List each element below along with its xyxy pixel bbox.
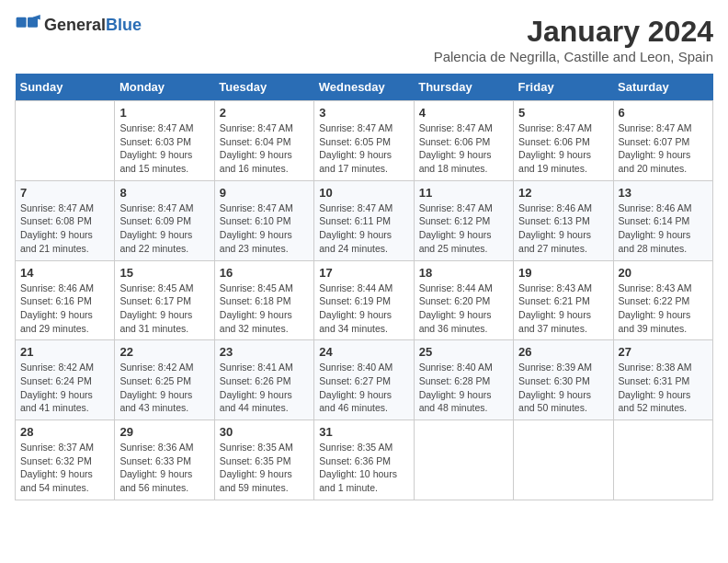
day-info: Sunrise: 8:44 AMSunset: 6:19 PMDaylight:… xyxy=(319,282,408,336)
logo-general: General xyxy=(44,16,106,34)
day-number: 29 xyxy=(119,425,209,439)
day-number: 26 xyxy=(518,345,608,359)
day-number: 18 xyxy=(419,266,508,280)
day-header-friday: Friday xyxy=(514,74,613,101)
day-number: 28 xyxy=(20,425,109,439)
calendar-cell: 6Sunrise: 8:47 AMSunset: 6:07 PMDaylight… xyxy=(613,101,712,181)
day-header-sunday: Sunday xyxy=(16,74,115,101)
day-info: Sunrise: 8:41 AMSunset: 6:26 PMDaylight:… xyxy=(220,361,309,415)
day-number: 20 xyxy=(619,266,708,280)
day-info: Sunrise: 8:40 AMSunset: 6:27 PMDaylight:… xyxy=(319,361,408,415)
calendar-cell: 2Sunrise: 8:47 AMSunset: 6:04 PMDaylight… xyxy=(214,101,313,181)
calendar-cell: 16Sunrise: 8:45 AMSunset: 6:18 PMDayligh… xyxy=(214,260,313,340)
calendar-cell xyxy=(613,420,712,500)
day-info: Sunrise: 8:37 AMSunset: 6:32 PMDaylight:… xyxy=(20,441,109,495)
day-info: Sunrise: 8:39 AMSunset: 6:30 PMDaylight:… xyxy=(518,361,608,415)
day-info: Sunrise: 8:43 AMSunset: 6:22 PMDaylight:… xyxy=(619,282,708,336)
day-number: 25 xyxy=(419,345,508,359)
day-info: Sunrise: 8:40 AMSunset: 6:28 PMDaylight:… xyxy=(419,361,508,415)
day-number: 10 xyxy=(319,186,408,200)
day-number: 4 xyxy=(419,106,508,120)
day-number: 11 xyxy=(419,186,508,200)
day-number: 12 xyxy=(518,186,608,200)
day-number: 16 xyxy=(220,266,309,280)
calendar-cell: 13Sunrise: 8:46 AMSunset: 6:14 PMDayligh… xyxy=(613,180,712,260)
day-number: 30 xyxy=(220,425,309,439)
subtitle: Palencia de Negrilla, Castille and Leon,… xyxy=(434,49,713,64)
day-info: Sunrise: 8:35 AMSunset: 6:36 PMDaylight:… xyxy=(319,441,408,495)
calendar-cell: 24Sunrise: 8:40 AMSunset: 6:27 PMDayligh… xyxy=(314,340,414,420)
day-number: 19 xyxy=(518,266,608,280)
day-number: 17 xyxy=(319,266,408,280)
calendar-cell: 8Sunrise: 8:47 AMSunset: 6:09 PMDaylight… xyxy=(115,180,214,260)
day-number: 15 xyxy=(119,266,209,280)
day-header-monday: Monday xyxy=(115,74,214,101)
logo-icon xyxy=(15,15,40,35)
calendar-week-row: 28Sunrise: 8:37 AMSunset: 6:32 PMDayligh… xyxy=(16,420,713,500)
title-section: January 2024 Palencia de Negrilla, Casti… xyxy=(434,15,713,64)
day-info: Sunrise: 8:45 AMSunset: 6:17 PMDaylight:… xyxy=(119,282,209,336)
day-info: Sunrise: 8:47 AMSunset: 6:03 PMDaylight:… xyxy=(119,121,209,176)
day-info: Sunrise: 8:45 AMSunset: 6:18 PMDaylight:… xyxy=(220,282,309,336)
day-info: Sunrise: 8:44 AMSunset: 6:20 PMDaylight:… xyxy=(419,282,508,336)
calendar-cell: 25Sunrise: 8:40 AMSunset: 6:28 PMDayligh… xyxy=(414,340,513,420)
day-info: Sunrise: 8:46 AMSunset: 6:14 PMDaylight:… xyxy=(619,201,708,256)
day-info: Sunrise: 8:47 AMSunset: 6:04 PMDaylight:… xyxy=(220,121,309,176)
calendar-cell: 19Sunrise: 8:43 AMSunset: 6:21 PMDayligh… xyxy=(514,260,613,340)
day-info: Sunrise: 8:42 AMSunset: 6:24 PMDaylight:… xyxy=(20,361,109,415)
calendar-cell: 18Sunrise: 8:44 AMSunset: 6:20 PMDayligh… xyxy=(414,260,513,340)
calendar-table: SundayMondayTuesdayWednesdayThursdayFrid… xyxy=(15,74,713,500)
calendar-cell: 1Sunrise: 8:47 AMSunset: 6:03 PMDaylight… xyxy=(115,101,214,181)
day-info: Sunrise: 8:47 AMSunset: 6:11 PMDaylight:… xyxy=(319,201,408,256)
day-info: Sunrise: 8:47 AMSunset: 6:09 PMDaylight:… xyxy=(119,201,209,256)
calendar-cell xyxy=(16,101,115,181)
calendar-cell: 17Sunrise: 8:44 AMSunset: 6:19 PMDayligh… xyxy=(314,260,414,340)
day-info: Sunrise: 8:47 AMSunset: 6:06 PMDaylight:… xyxy=(518,121,608,176)
day-info: Sunrise: 8:47 AMSunset: 6:08 PMDaylight:… xyxy=(20,201,109,256)
calendar-cell: 10Sunrise: 8:47 AMSunset: 6:11 PMDayligh… xyxy=(314,180,414,260)
day-number: 24 xyxy=(319,345,408,359)
day-number: 22 xyxy=(119,345,209,359)
day-number: 21 xyxy=(20,345,109,359)
day-info: Sunrise: 8:43 AMSunset: 6:21 PMDaylight:… xyxy=(518,282,608,336)
calendar-cell: 30Sunrise: 8:35 AMSunset: 6:35 PMDayligh… xyxy=(214,420,313,500)
calendar-cell: 29Sunrise: 8:36 AMSunset: 6:33 PMDayligh… xyxy=(115,420,214,500)
main-title: January 2024 xyxy=(434,15,713,49)
day-info: Sunrise: 8:42 AMSunset: 6:25 PMDaylight:… xyxy=(119,361,209,415)
day-number: 7 xyxy=(20,186,109,200)
day-info: Sunrise: 8:47 AMSunset: 6:12 PMDaylight:… xyxy=(419,201,508,256)
calendar-cell: 9Sunrise: 8:47 AMSunset: 6:10 PMDaylight… xyxy=(214,180,313,260)
day-number: 9 xyxy=(220,186,309,200)
calendar-week-row: 7Sunrise: 8:47 AMSunset: 6:08 PMDaylight… xyxy=(16,180,713,260)
calendar-cell: 26Sunrise: 8:39 AMSunset: 6:30 PMDayligh… xyxy=(514,340,613,420)
day-number: 13 xyxy=(619,186,708,200)
calendar-cell xyxy=(514,420,613,500)
calendar-cell: 23Sunrise: 8:41 AMSunset: 6:26 PMDayligh… xyxy=(214,340,313,420)
day-info: Sunrise: 8:35 AMSunset: 6:35 PMDaylight:… xyxy=(220,441,309,495)
day-number: 27 xyxy=(619,345,708,359)
svg-rect-0 xyxy=(17,17,27,28)
day-header-saturday: Saturday xyxy=(613,74,712,101)
calendar-cell: 12Sunrise: 8:46 AMSunset: 6:13 PMDayligh… xyxy=(514,180,613,260)
calendar-week-row: 1Sunrise: 8:47 AMSunset: 6:03 PMDaylight… xyxy=(16,101,713,181)
day-number: 1 xyxy=(119,106,209,120)
calendar-cell: 22Sunrise: 8:42 AMSunset: 6:25 PMDayligh… xyxy=(115,340,214,420)
day-info: Sunrise: 8:38 AMSunset: 6:31 PMDaylight:… xyxy=(619,361,708,415)
day-number: 8 xyxy=(119,186,209,200)
calendar-cell: 31Sunrise: 8:35 AMSunset: 6:36 PMDayligh… xyxy=(314,420,414,500)
day-number: 23 xyxy=(220,345,309,359)
day-number: 6 xyxy=(619,106,708,120)
header: GeneralBlue January 2024 Palencia de Neg… xyxy=(15,15,713,64)
calendar-week-row: 21Sunrise: 8:42 AMSunset: 6:24 PMDayligh… xyxy=(16,340,713,420)
day-number: 2 xyxy=(220,106,309,120)
svg-rect-1 xyxy=(28,17,38,28)
calendar-cell: 21Sunrise: 8:42 AMSunset: 6:24 PMDayligh… xyxy=(16,340,115,420)
day-info: Sunrise: 8:46 AMSunset: 6:16 PMDaylight:… xyxy=(20,282,109,336)
calendar-cell: 20Sunrise: 8:43 AMSunset: 6:22 PMDayligh… xyxy=(613,260,712,340)
day-info: Sunrise: 8:47 AMSunset: 6:10 PMDaylight:… xyxy=(220,201,309,256)
logo-text: GeneralBlue xyxy=(44,16,142,35)
calendar-header-row: SundayMondayTuesdayWednesdayThursdayFrid… xyxy=(16,74,713,101)
logo-blue: Blue xyxy=(106,16,142,34)
calendar-cell: 14Sunrise: 8:46 AMSunset: 6:16 PMDayligh… xyxy=(16,260,115,340)
calendar-cell: 4Sunrise: 8:47 AMSunset: 6:06 PMDaylight… xyxy=(414,101,513,181)
